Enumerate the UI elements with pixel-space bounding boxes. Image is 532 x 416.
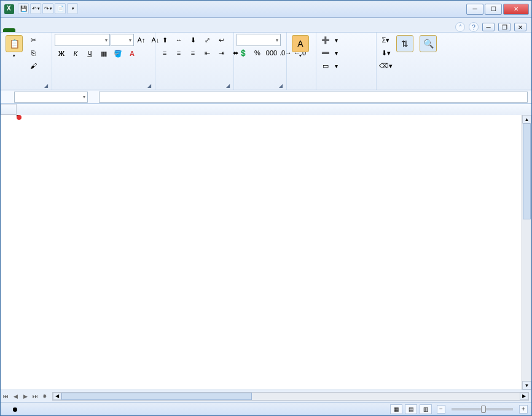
sort-icon: ⇅ [396,35,413,52]
border-button[interactable]: ▦ [97,47,111,60]
underline-button[interactable]: Ч [83,47,96,60]
active-cell-cursor [17,115,19,117]
paste-button[interactable]: 📋 ▾ [3,34,25,60]
horizontal-scrollbar[interactable]: ◀ ▶ [52,392,529,401]
status-bar: ⏺ ▦ ▤ ▥ − + [1,402,531,415]
normal-view-button[interactable]: ▦ [390,404,402,414]
cut-button[interactable]: ✂ [26,34,40,46]
scroll-down-arrow[interactable]: ▼ [522,381,531,390]
align-bottom-button[interactable]: ⬇ [186,34,200,46]
align-center-button[interactable]: ≡ [172,47,186,59]
title-bar: 💾 ↶ ↷ 📄 ─ ☐ ✕ [1,1,531,18]
zoom-out-button[interactable]: − [437,405,445,414]
sheet-nav-first[interactable]: ⏮ [1,391,10,401]
minimize-button[interactable]: ─ [466,4,483,15]
clear-button[interactable]: ⌫▾ [379,60,393,72]
sort-filter-button[interactable]: ⇅ [394,34,416,55]
scroll-left-arrow[interactable]: ◀ [53,393,61,400]
delete-cells-button[interactable]: ➖ ▾ [319,47,340,59]
app-icon [4,4,14,14]
number-dialog-icon[interactable]: ◢ [279,83,283,88]
orientation-button[interactable]: ⤢ [200,34,214,46]
styles-button[interactable]: A ▾ [289,34,311,60]
page-break-view-button[interactable]: ▥ [420,404,432,414]
align-right-button[interactable]: ≡ [186,47,200,59]
align-left-button[interactable]: ≡ [158,47,171,59]
comma-button[interactable]: 000 [265,47,278,59]
format-cells-button[interactable]: ▭ ▾ [319,60,340,72]
number-format-combo[interactable] [237,34,281,46]
font-name-combo[interactable] [55,34,110,46]
fill-color-button[interactable]: 🪣 [111,47,125,60]
scroll-right-arrow[interactable]: ▶ [520,393,528,400]
bold-button[interactable]: Ж [55,47,68,60]
ribbon-tab-strip: ˄ ? ─ ❐ ✕ [1,18,531,33]
help-icon[interactable]: ? [469,22,479,32]
name-box[interactable] [14,92,88,103]
formula-bar [1,90,531,104]
qat-redo[interactable]: ↷ [42,3,53,14]
close-button[interactable]: ✕ [503,4,529,15]
annotation-highlight [17,115,22,120]
align-top-button[interactable]: ⬆ [158,34,171,46]
currency-button[interactable]: 💲 [237,47,250,59]
styles-group-label [289,87,313,90]
find-icon: 🔍 [420,35,437,52]
styles-icon: A [292,35,309,52]
page-layout-view-button[interactable]: ▤ [405,404,417,414]
vscroll-thumb[interactable] [523,124,531,219]
qat-item[interactable]: 📄 [55,3,66,14]
ribbon: 📋 ▾ ✂ ⎘ 🖌 ◢ A↑ A↓ [1,33,531,90]
zoom-slider[interactable] [452,408,513,410]
indent-inc-button[interactable]: ⇥ [214,47,228,59]
zoom-in-button[interactable]: + [519,405,528,414]
indent-dec-button[interactable]: ⇤ [200,47,214,59]
select-all-corner[interactable] [1,104,17,115]
insert-icon: ➕ [321,36,330,44]
alignment-dialog-icon[interactable]: ◢ [226,83,230,88]
quick-access-toolbar: 💾 ↶ ↷ 📄 [18,3,78,14]
maximize-button[interactable]: ☐ [485,4,502,15]
macro-record-icon[interactable]: ⏺ [12,406,18,413]
qat-customize[interactable] [67,3,78,14]
sheet-nav-last[interactable]: ⏭ [30,391,40,401]
font-color-button[interactable]: A [125,47,139,60]
find-select-button[interactable]: 🔍 [417,34,439,55]
font-dialog-icon[interactable]: ◢ [147,83,151,88]
sheet-nav-next[interactable]: ▶ [20,391,30,401]
qat-save[interactable]: 💾 [18,3,29,14]
percent-button[interactable]: % [251,47,264,59]
doc-minimize[interactable]: ─ [482,23,495,31]
hscroll-thumb[interactable] [61,393,252,400]
wrap-text-button[interactable]: ↩ [214,34,228,46]
delete-icon: ➖ [321,49,330,57]
italic-button[interactable]: К [69,47,82,60]
file-tab[interactable] [3,28,15,32]
grow-font-button[interactable]: A↑ [135,34,148,46]
sheet-nav-prev[interactable]: ◀ [10,391,20,401]
formula-input[interactable] [99,92,528,103]
qat-undo[interactable]: ↶ [30,3,41,14]
fill-button[interactable]: ⬇▾ [379,47,393,59]
vertical-scrollbar[interactable]: ▲ ▼ [522,115,531,390]
new-sheet-button[interactable]: ✸ [40,391,50,401]
insert-cells-button[interactable]: ➕ ▾ [319,34,340,46]
doc-restore[interactable]: ❐ [498,23,510,31]
autosum-button[interactable]: Σ▾ [379,34,393,46]
format-icon: ▭ [321,61,330,70]
align-middle-button[interactable]: ↔ [172,34,186,46]
scroll-up-arrow[interactable]: ▲ [522,115,531,124]
worksheet-grid[interactable]: ▲ ▼ [1,104,531,390]
doc-close[interactable]: ✕ [514,23,526,31]
sheet-tab-bar: ⏮ ◀ ▶ ⏭ ✸ ◀ ▶ [1,390,531,402]
clipboard-icon: 📋 [6,35,23,52]
font-size-combo[interactable] [111,34,134,46]
clipboard-dialog-icon[interactable]: ◢ [44,83,48,88]
ribbon-minimize-icon[interactable]: ˄ [455,22,465,32]
format-painter-button[interactable]: 🖌 [26,60,40,72]
copy-button[interactable]: ⎘ [26,47,40,59]
